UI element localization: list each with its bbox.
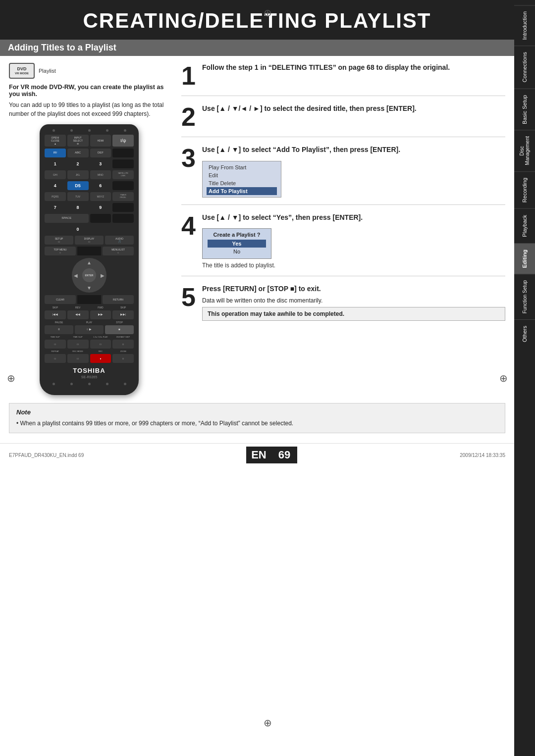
crosshair-bottom: ⊕ <box>264 717 272 729</box>
stop-btn[interactable]: ■ <box>105 325 134 334</box>
instant-skip-btn[interactable]: □ <box>112 340 134 349</box>
speed-play-btn[interactable]: □ <box>90 340 111 349</box>
rec-btn[interactable]: ● <box>90 354 111 363</box>
dialog-title: Create a Playlist ? <box>208 232 266 238</box>
space-btn[interactable]: SPACE <box>45 214 89 223</box>
remote-dot-b5 <box>124 383 126 385</box>
dvd-logo-area: DVD VR MODE Playlist <box>9 63 169 79</box>
remote-num-789: 7 8 9 <box>45 203 134 212</box>
num-4-btn[interactable]: 4 <box>45 181 66 190</box>
sidebar-tab-disc-management[interactable]: DiscManagement <box>514 130 535 171</box>
sidebar-tab-recording[interactable]: Recording <box>514 171 535 208</box>
recmode-btn[interactable]: □ <box>67 354 89 363</box>
timeslip2-btn[interactable]: □ <box>67 340 89 349</box>
nav-right[interactable]: ▶ <box>101 273 105 278</box>
step-2-content: Use [▲ / ▼/◄ / ►] to select the desired … <box>199 104 505 130</box>
abc-btn[interactable]: ABC <box>67 149 89 157</box>
added-text: The title is added to playlist. <box>202 262 505 269</box>
timer-prog-btn[interactable]: TIMERPROG. <box>112 192 134 201</box>
right-column: 1 Follow the step 1 in “DELETING TITLES”… <box>177 63 505 395</box>
display-btn[interactable]: DISPLAY□ <box>75 236 104 245</box>
sidebar-tab-introduction[interactable]: Introduction <box>514 5 535 46</box>
def-btn[interactable]: DEF <box>90 149 111 157</box>
remote-dot-b2 <box>70 383 73 385</box>
num-1-btn[interactable]: 1 <box>45 159 66 168</box>
sidebar-tab-playback[interactable]: Playback <box>514 208 535 243</box>
sidebar-tab-basic-setup[interactable]: Basic Setup <box>514 89 535 130</box>
nav-up[interactable]: ▲ <box>87 260 92 265</box>
remote-num-labels: IR/ ABC DEF <box>45 149 134 157</box>
wxyz-label: WXYZ <box>90 192 111 201</box>
rev-btn[interactable]: ◀◀ <box>67 310 89 319</box>
step-4: 4 Use [▲ / ▼] to select “Yes”, then pres… <box>181 213 505 277</box>
num-5-btn[interactable]: D5 <box>67 181 89 190</box>
sidebar-tab-editing[interactable]: Editing <box>514 243 535 274</box>
dialog-option-yes: Yes <box>208 240 266 248</box>
zoom-label: ZOOM <box>112 350 134 353</box>
section-header: Adding Titles to a Playlist <box>0 40 514 56</box>
remote-model: SE-R0265 <box>45 375 134 379</box>
enter-btn[interactable]: ENTER <box>82 268 96 282</box>
repeat-label: REPEAT <box>45 350 66 353</box>
empty-btn3 <box>112 181 134 190</box>
num-6-btn[interactable]: 6 <box>90 181 111 190</box>
sidebar-tab-others[interactable]: Others <box>514 319 535 348</box>
input-select-btn[interactable]: INPUTSELECT⊕ <box>67 135 89 147</box>
remote-dot-b1 <box>53 383 55 385</box>
nav-area: ▲ ▼ ◀ ▶ ENTER <box>45 258 134 293</box>
remote-menu-row: TOP MENU○ MENU/LIST○ <box>45 247 134 255</box>
skip-prev-label: SKIP <box>45 306 66 309</box>
num-2-btn[interactable]: 2 <box>67 159 89 168</box>
nav-circle[interactable]: ▲ ▼ ◀ ▶ ENTER <box>72 258 107 293</box>
num-9-btn[interactable]: 9 <box>90 203 111 212</box>
remote-dot <box>53 129 55 132</box>
skip-prev-btn[interactable]: |◀◀ <box>45 310 66 319</box>
skip-next-btn[interactable]: ▶▶| <box>112 310 134 319</box>
timeslip-label: TIME SLIP <box>45 336 66 338</box>
step-2: 2 Use [▲ / ▼/◄ / ►] to select the desire… <box>181 104 505 137</box>
note-text: • When a playlist contains 99 titles or … <box>16 419 498 428</box>
clear-btn[interactable]: CLEAR <box>45 295 76 304</box>
hdmi-btn[interactable]: HDMI <box>90 135 111 147</box>
power-btn[interactable]: I/ψ <box>112 135 134 147</box>
satellite-btn[interactable]: SATELLITELINK <box>112 170 134 179</box>
play-btn[interactable]: ○ ▶ <box>75 325 104 334</box>
empty-btn <box>112 149 134 157</box>
step-2-title: Use [▲ / ▼/◄ / ►] to select the desired … <box>202 104 505 114</box>
step-3-title: Use [▲ / ▼] to select “Add To Playlist”,… <box>202 145 505 155</box>
menu-list-btn[interactable]: MENU/LIST○ <box>103 247 134 255</box>
empty-btn2 <box>112 159 134 168</box>
top-menu-btn[interactable]: TOP MENU○ <box>45 247 76 255</box>
pause-btn[interactable]: II <box>45 325 73 334</box>
num-3-btn[interactable]: 3 <box>90 159 111 168</box>
nav-left[interactable]: ◀ <box>74 273 78 278</box>
sidebar-tab-connections[interactable]: Connections <box>514 46 535 88</box>
zoom-btn[interactable]: □ <box>112 354 134 363</box>
return-btn[interactable]: RETURN <box>103 295 134 304</box>
remote-zero-row: 0 <box>45 225 134 234</box>
main-content: CREATING/DELETING PLAYLIST Adding Titles… <box>0 0 514 466</box>
ir-btn[interactable]: IR/ <box>45 149 66 157</box>
audio-btn[interactable]: AUDIO🎵 <box>105 236 134 245</box>
fwd-btn[interactable]: ▶▶ <box>90 310 111 319</box>
step-1-number: 1 <box>181 63 199 89</box>
num-0-btn[interactable]: 0 <box>67 225 89 234</box>
sidebar-tab-function-setup[interactable]: Function Setup <box>514 274 535 319</box>
remote-rec-labels: REPEAT REC MODE REC ZOOM <box>45 350 134 353</box>
open-close-btn[interactable]: OPEN/CLOSE▲ <box>45 135 66 147</box>
setup-btn[interactable]: SETUP□ <box>45 236 73 245</box>
crosshair-top: ⊕ <box>264 7 272 19</box>
repeat-btn[interactable]: □ <box>45 354 66 363</box>
dialog-option-no: No <box>208 248 266 255</box>
remote-top-buttons: OPEN/CLOSE▲ INPUTSELECT⊕ HDMI I/ψ <box>45 135 134 147</box>
num-7-btn[interactable]: 7 <box>45 203 66 212</box>
empty-btn4 <box>112 203 134 212</box>
remote-dot <box>124 129 126 132</box>
timeslip-btn[interactable]: □ <box>45 340 66 349</box>
13x-label: 1.3x / 0.8x PLAY <box>90 336 111 338</box>
step-1-content: Follow the step 1 in “DELETING TITLES” o… <box>199 63 505 89</box>
num-8-btn[interactable]: 8 <box>67 203 89 212</box>
nav-down[interactable]: ▼ <box>87 285 92 291</box>
play-label: PLAY <box>75 321 104 324</box>
skip-next-label: SKIP <box>112 306 134 309</box>
